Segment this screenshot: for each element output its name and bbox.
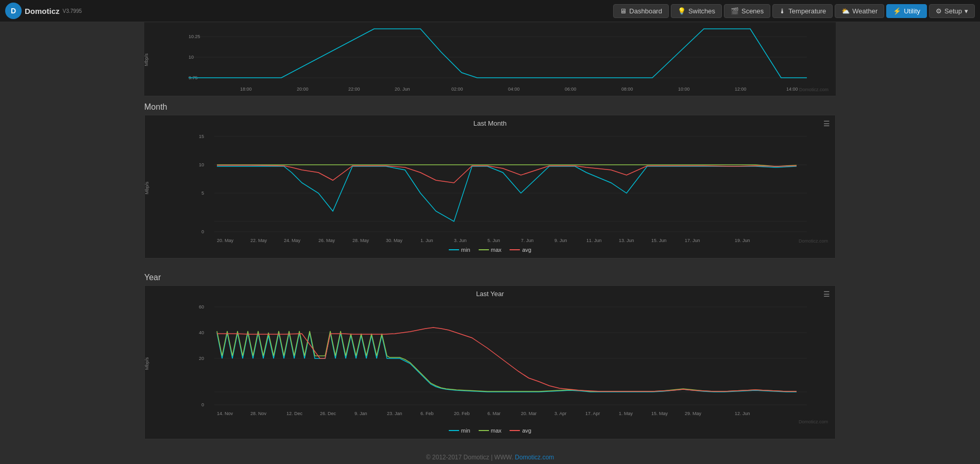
svg-text:0: 0 [201,402,204,407]
max-legend-label: max [491,247,502,253]
year-chart-legend: min max avg [150,427,830,434]
year-min-legend-line [449,430,459,431]
nav-scenes-label: Scenes [741,7,764,15]
utility-icon: ⚡ [893,7,901,15]
svg-text:23. Jan: 23. Jan [387,411,402,416]
svg-text:19. Jun: 19. Jun [735,238,750,243]
footer: © 2012-2017 Domoticz | WWW. Domoticz.com [144,448,836,464]
svg-text:24. May: 24. May [284,238,301,243]
svg-text:15. Jun: 15. Jun [651,238,667,243]
svg-text:26. May: 26. May [318,238,335,243]
year-legend-avg: avg [510,427,531,434]
month-chart-watermark: Domoticz.com [799,238,828,244]
year-legend-min: min [449,427,470,434]
nav-switches[interactable]: 💡 Switches [671,4,722,18]
month-chart-menu[interactable]: ☰ [823,119,830,128]
nav-scenes[interactable]: 🎬 Scenes [724,4,770,18]
svg-text:08:00: 08:00 [621,87,633,92]
month-legend-max: max [479,247,502,253]
year-chart-menu[interactable]: ☰ [823,290,830,298]
month-chart-ylabel: Mbp/s [144,182,149,195]
avg-legend-label: avg [522,247,531,253]
svg-text:12:00: 12:00 [735,87,747,92]
month-chart-box: Last Month ☰ Mbp/s 15 10 5 0 20. May 22.… [144,115,836,259]
svg-text:20. Jun: 20. Jun [395,87,410,92]
min-legend-line [449,249,459,250]
svg-text:28. Nov: 28. Nov [250,411,267,416]
svg-text:20: 20 [199,356,204,361]
svg-text:28. May: 28. May [352,238,369,243]
svg-text:11. Jun: 11. Jun [586,238,602,243]
nav-utility-label: Utility [904,7,920,15]
svg-text:17. Jun: 17. Jun [685,238,700,243]
svg-text:30. May: 30. May [386,238,403,243]
nav-utility[interactable]: ⚡ Utility [886,4,927,18]
svg-text:04:00: 04:00 [508,87,520,92]
svg-text:10.25: 10.25 [189,34,200,39]
navbar: D Domoticz V3.7995 🖥 Dashboard 💡 Switche… [0,0,980,22]
svg-text:20:00: 20:00 [297,87,309,92]
year-chart-svg: 60 40 20 0 14. Nov 28. Nov 12. Dec 26. D… [165,302,830,425]
svg-text:26. Dec: 26. Dec [320,411,336,416]
svg-text:29. May: 29. May [685,411,702,416]
svg-text:1. Jun: 1. Jun [420,238,433,243]
year-min-legend-label: min [461,427,470,434]
logo-icon: D [5,3,22,19]
svg-text:9. Jun: 9. Jun [554,238,567,243]
nav-items: 🖥 Dashboard 💡 Switches 🎬 Scenes 🌡 Temper… [613,4,975,18]
switches-icon: 💡 [678,7,686,15]
year-legend-max: max [479,427,502,434]
footer-link[interactable]: Domoticz.com [515,454,554,461]
svg-text:3. Jun: 3. Jun [454,238,467,243]
svg-text:1. May: 1. May [619,411,633,416]
svg-text:22. May: 22. May [250,238,267,243]
footer-text: © 2012-2017 Domoticz | WWW. [426,454,513,461]
svg-text:20. May: 20. May [217,238,234,243]
avg-legend-line [510,249,520,250]
year-avg-legend-label: avg [522,427,531,434]
top-chart-watermark: Domoticz.com [799,87,829,92]
main-content: Mbp/s 10.25 10 9.75 18:00 20:00 22:00 20… [0,22,980,464]
svg-text:17. Apr: 17. Apr [585,411,600,416]
svg-text:18:00: 18:00 [240,87,252,92]
setup-dropdown-icon: ▾ [965,7,968,15]
min-legend-label: min [461,247,470,253]
nav-temperature[interactable]: 🌡 Temperature [772,4,833,18]
svg-text:22:00: 22:00 [348,87,360,92]
svg-text:15. May: 15. May [651,411,668,416]
svg-text:15: 15 [199,134,204,139]
svg-text:40: 40 [199,330,204,335]
svg-text:5: 5 [201,191,204,196]
svg-text:12. Dec: 12. Dec [286,411,303,416]
top-chart-ylabel: Mbp/s [144,54,149,66]
logo-letter: D [11,7,16,15]
svg-text:6. Mar: 6. Mar [487,411,501,416]
year-chart-ylabel: Mbp/s [144,357,149,370]
svg-text:14:00: 14:00 [786,87,798,92]
top-chart-svg: 10.25 10 9.75 18:00 20:00 22:00 20. Jun … [165,26,831,93]
nav-setup-label: Setup [944,7,962,15]
nav-setup[interactable]: ⚙ Setup ▾ [929,4,975,18]
setup-icon: ⚙ [936,7,942,15]
svg-text:5. Jun: 5. Jun [487,238,500,243]
nav-weather[interactable]: ⛅ Weather [835,4,884,18]
svg-text:14. Nov: 14. Nov [217,411,233,416]
svg-text:02:00: 02:00 [451,87,463,92]
svg-text:10: 10 [189,55,194,60]
max-legend-line [479,249,489,250]
svg-text:06:00: 06:00 [565,87,577,92]
year-avg-legend-line [510,430,520,431]
svg-text:20. Feb: 20. Feb [454,411,470,416]
nav-dashboard-label: Dashboard [629,7,662,15]
nav-switches-label: Switches [688,7,715,15]
month-legend-min: min [449,247,470,253]
svg-text:20. Mar: 20. Mar [521,411,537,416]
weather-icon: ⛅ [841,7,850,15]
year-chart-watermark: Domoticz.com [799,419,828,424]
svg-text:60: 60 [199,304,204,310]
nav-temperature-label: Temperature [788,7,826,15]
top-chart-container: Mbp/s 10.25 10 9.75 18:00 20:00 22:00 20… [144,22,836,96]
month-chart-svg: 15 10 5 0 20. May 22. May 24. May 26. Ma… [165,131,830,245]
year-chart-title: Last Year [150,290,830,298]
nav-dashboard[interactable]: 🖥 Dashboard [613,4,669,18]
